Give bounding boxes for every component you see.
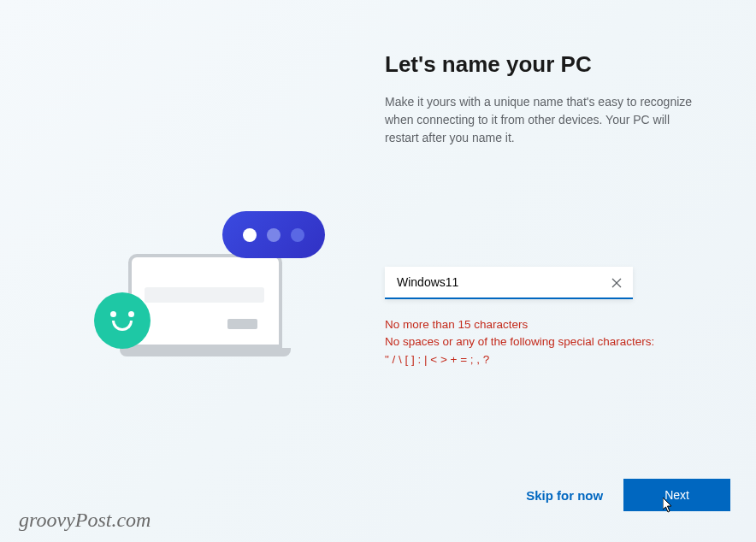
smiley-icon [94, 292, 151, 349]
validation-line-3: " / \ [ ] : | < > + = ; , ? [385, 351, 705, 368]
content-panel: Let's name your PC Make it yours with a … [385, 43, 705, 516]
page-subtitle: Make it yours with a unique name that's … [385, 93, 705, 147]
clear-input-button[interactable] [609, 275, 624, 291]
chat-bubble-icon [222, 211, 325, 258]
validation-line-1: No more than 15 characters [385, 316, 705, 333]
pc-name-input[interactable] [385, 267, 633, 299]
pc-illustration [94, 211, 316, 382]
validation-message: No more than 15 characters No spaces or … [385, 316, 705, 368]
footer-actions: Skip for now Next [526, 479, 730, 511]
skip-link[interactable]: Skip for now [526, 488, 603, 503]
close-icon [611, 278, 622, 288]
next-button[interactable]: Next [623, 479, 730, 511]
pc-name-field-wrapper [385, 267, 633, 299]
watermark-text: groovyPost.com [19, 509, 151, 532]
validation-line-2: No spaces or any of the following specia… [385, 333, 705, 351]
illustration-panel [26, 43, 385, 516]
laptop-icon [128, 254, 291, 356]
page-title: Let's name your PC [385, 51, 705, 78]
